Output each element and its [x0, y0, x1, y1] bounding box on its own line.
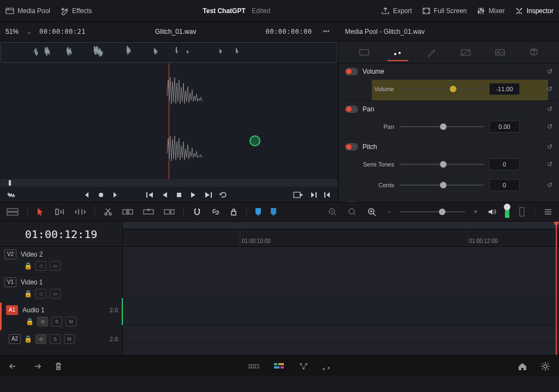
- track-lane-v2[interactable]: [123, 247, 559, 272]
- marker-button[interactable]: [270, 207, 277, 217]
- snap-button[interactable]: [192, 206, 203, 217]
- preview-options-button[interactable]: •••: [319, 28, 333, 35]
- dynamic-trim-tool[interactable]: [74, 206, 87, 217]
- mute-button[interactable]: M: [66, 317, 76, 326]
- lock-icon[interactable]: 🔒: [24, 335, 32, 343]
- zoom-in-preset[interactable]: [366, 206, 378, 217]
- reverse-button[interactable]: [160, 190, 170, 200]
- pan-toggle[interactable]: [345, 105, 358, 113]
- track-lane-a1[interactable]: [122, 298, 559, 325]
- pitch-reset-button[interactable]: ↺: [547, 143, 552, 151]
- blade-tool[interactable]: [103, 206, 114, 217]
- mute-icon[interactable]: [486, 207, 497, 217]
- timeline-ruler[interactable]: 01:00:10:00 01:00:12:00: [123, 222, 559, 247]
- semitones-slider[interactable]: [400, 159, 484, 169]
- track-header-a2[interactable]: A2 🔒 ◇ S M 2.0: [0, 330, 122, 348]
- next-clip-button[interactable]: [308, 190, 318, 200]
- solo-button[interactable]: S: [51, 317, 62, 326]
- mute-button[interactable]: M: [64, 334, 75, 344]
- go-start-button[interactable]: [145, 190, 156, 200]
- delete-button[interactable]: [52, 360, 64, 373]
- track-enable-button[interactable]: ▭: [50, 289, 61, 299]
- volume-toggle[interactable]: [345, 68, 358, 75]
- track-lane-a2[interactable]: [123, 325, 559, 343]
- timeline-timecode[interactable]: 01:00:12:19: [0, 222, 122, 247]
- zoom-out-button[interactable]: −: [386, 207, 392, 217]
- flag-button[interactable]: [254, 207, 262, 217]
- timeline-view-button[interactable]: [5, 206, 20, 217]
- waveform-overview[interactable]: [1, 42, 337, 63]
- inspector-button[interactable]: Inspector: [515, 7, 554, 15]
- cents-slider[interactable]: [400, 180, 484, 190]
- waveform-main[interactable]: [0, 63, 338, 179]
- stop-button[interactable]: [174, 190, 184, 200]
- page-fairlight[interactable]: [320, 359, 334, 373]
- inspector-tab-effects[interactable]: [421, 44, 442, 61]
- pitch-toggle[interactable]: [345, 143, 358, 151]
- semitones-value[interactable]: 0: [489, 158, 520, 170]
- redo-button[interactable]: [29, 360, 44, 372]
- pan-param-reset[interactable]: ↺: [547, 123, 552, 130]
- mark-button[interactable]: [97, 191, 105, 199]
- marker-icon[interactable]: [249, 135, 260, 146]
- home-button[interactable]: [515, 360, 530, 373]
- timeline-options-button[interactable]: [543, 207, 554, 217]
- dim-button[interactable]: [517, 206, 527, 218]
- volume-param-reset[interactable]: ↺: [547, 85, 552, 93]
- match-frame-button[interactable]: [292, 190, 304, 200]
- undo-button[interactable]: [7, 360, 21, 372]
- inspector-tab-transition[interactable]: [455, 45, 477, 60]
- speed-reset-button[interactable]: ↺: [547, 201, 552, 202]
- zoom-out-preset[interactable]: [327, 206, 339, 217]
- track-id-a1[interactable]: A1: [6, 305, 18, 315]
- mixer-button[interactable]: Mixer: [477, 7, 504, 15]
- volume-reset-button[interactable]: ↺: [547, 68, 552, 75]
- zoom-percent[interactable]: 51%: [5, 28, 19, 35]
- position-lock-button[interactable]: [229, 206, 239, 217]
- page-fusion[interactable]: [296, 359, 311, 373]
- zoom-custom[interactable]: [347, 206, 359, 217]
- track-id-v2[interactable]: V2: [4, 250, 16, 259]
- next-edit-button[interactable]: [110, 190, 120, 200]
- selection-tool[interactable]: [35, 206, 45, 217]
- semitones-reset[interactable]: ↺: [547, 161, 552, 168]
- settings-button[interactable]: [538, 359, 552, 373]
- timeline-tracks[interactable]: 01:00:10:00 01:00:12:00: [123, 222, 559, 355]
- speed-toggle[interactable]: [345, 201, 358, 202]
- lock-icon[interactable]: 🔒: [24, 262, 32, 270]
- lock-icon[interactable]: 🔒: [26, 318, 34, 325]
- zoom-slider[interactable]: [400, 207, 465, 217]
- replace-button[interactable]: [163, 206, 176, 217]
- pan-reset-button[interactable]: ↺: [547, 105, 552, 113]
- track-header-v1[interactable]: V1Video 1 🔒 ◇ ▭: [0, 275, 122, 302]
- cents-reset[interactable]: ↺: [547, 181, 552, 189]
- trim-tool[interactable]: [53, 206, 66, 217]
- link-button[interactable]: [210, 206, 221, 217]
- play-button[interactable]: [188, 190, 198, 200]
- insert-button[interactable]: [121, 206, 134, 217]
- lock-icon[interactable]: 🔒: [24, 290, 32, 298]
- volume-slider[interactable]: [400, 84, 484, 94]
- track-lane-v1[interactable]: [123, 272, 559, 298]
- overwrite-button[interactable]: [142, 206, 155, 217]
- zoom-chevron-icon[interactable]: ⌄: [26, 28, 32, 35]
- volume-value[interactable]: -11.00: [489, 83, 520, 95]
- track-id-v1[interactable]: V1: [4, 277, 16, 287]
- export-button[interactable]: Export: [381, 7, 412, 15]
- prev-clip-button[interactable]: [323, 190, 332, 200]
- pan-value[interactable]: 0.00: [489, 121, 520, 133]
- track-header-a1[interactable]: A1Audio 12.0 🔒 ◇ S M: [0, 302, 122, 330]
- cents-value[interactable]: 0: [489, 179, 520, 191]
- inspector-tab-file[interactable]: [524, 44, 544, 61]
- track-header-v2[interactable]: V2Video 2 🔒 ◇ ▭: [0, 247, 122, 275]
- pan-slider[interactable]: [400, 122, 484, 132]
- inspector-tab-image[interactable]: [489, 45, 511, 60]
- page-edit[interactable]: [271, 359, 287, 373]
- scrub-bar[interactable]: [1, 179, 337, 187]
- inspector-tab-audio[interactable]: [388, 44, 408, 61]
- fullscreen-button[interactable]: Full Screen: [422, 7, 467, 15]
- solo-button[interactable]: S: [50, 334, 61, 344]
- media-pool-button[interactable]: Media Pool: [5, 7, 50, 15]
- auto-select-button[interactable]: ◇: [35, 334, 46, 344]
- waveform-mode-icon[interactable]: [5, 189, 19, 200]
